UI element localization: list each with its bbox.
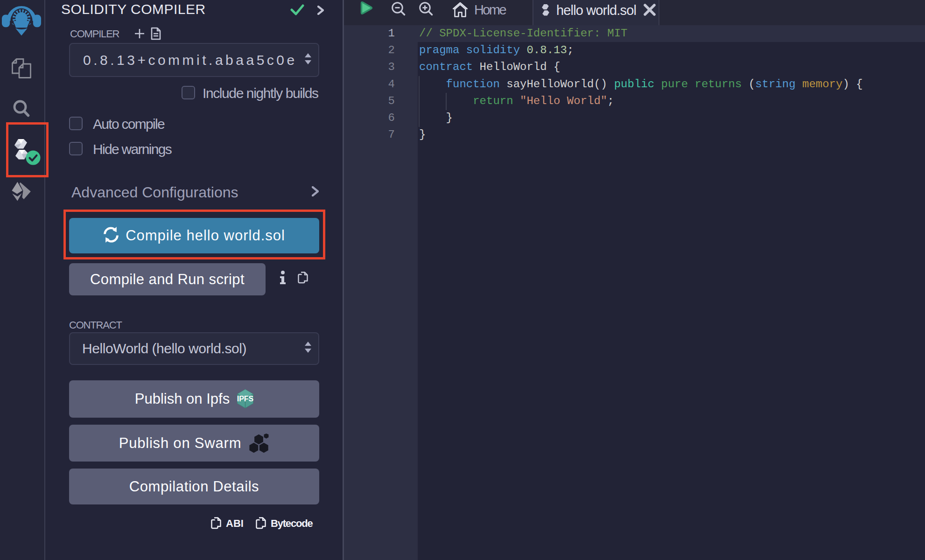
svg-text:IPFS: IPFS	[237, 395, 253, 403]
